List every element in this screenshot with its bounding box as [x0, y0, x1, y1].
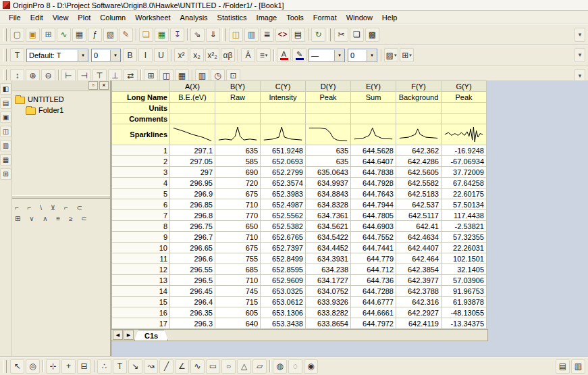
- data-cell[interactable]: 652.8595: [261, 264, 306, 275]
- data-cell[interactable]: 296.95: [170, 178, 215, 189]
- label-cell[interactable]: [351, 114, 396, 124]
- line-tool-icon[interactable]: ╱: [159, 359, 173, 374]
- data-cell[interactable]: 605: [215, 307, 261, 318]
- data-cell[interactable]: 644.779: [351, 253, 396, 264]
- data-cell[interactable]: 296.4: [170, 297, 215, 307]
- data-cell[interactable]: 642.4286: [396, 156, 442, 167]
- data-cell[interactable]: 755: [215, 253, 261, 264]
- pin-icon[interactable]: ▫: [88, 81, 98, 90]
- menu-help[interactable]: Help: [377, 12, 402, 23]
- data-cell[interactable]: 720: [215, 178, 261, 189]
- data-cell[interactable]: 642.5605: [396, 167, 442, 178]
- align-button[interactable]: ≡▾: [257, 48, 271, 62]
- data-cell[interactable]: 644.7928: [351, 178, 396, 189]
- data-cell[interactable]: 653.1306: [261, 307, 306, 318]
- data-cell[interactable]: 653.0612: [261, 297, 306, 307]
- data-cell[interactable]: 633.8654: [306, 318, 351, 329]
- column-header[interactable]: D(Y): [306, 81, 351, 92]
- data-cell[interactable]: 710: [215, 232, 261, 243]
- fill-pattern-dropdown[interactable]: ▨▾: [384, 48, 398, 62]
- data-cell[interactable]: 296.5: [170, 275, 215, 286]
- sparkline-cell[interactable]: [442, 124, 487, 145]
- line-style-combo[interactable]: — ▾: [309, 49, 345, 62]
- data-cell[interactable]: 652.2799: [261, 167, 306, 178]
- row-number[interactable]: 11: [112, 253, 170, 264]
- column-header[interactable]: E(Y): [351, 81, 396, 92]
- data-cell[interactable]: 653.3438: [261, 318, 306, 329]
- superscript-button[interactable]: x²: [174, 48, 188, 62]
- label-cell[interactable]: [261, 103, 306, 114]
- column-header[interactable]: B(Y): [215, 81, 261, 92]
- data-cell[interactable]: 675: [215, 243, 261, 253]
- data-cell[interactable]: 745: [215, 286, 261, 297]
- mask-toggle-icon[interactable]: ◉: [304, 359, 318, 374]
- row-number[interactable]: 14: [112, 286, 170, 297]
- open-excel-icon[interactable]: ▦: [155, 28, 169, 42]
- data-cell[interactable]: 644.6777: [351, 297, 396, 307]
- border-grid-dropdown[interactable]: ⊞▾: [400, 48, 414, 62]
- data-cell[interactable]: 296.6: [170, 253, 215, 264]
- menu-image[interactable]: Image: [252, 12, 282, 23]
- subscript-button[interactable]: x₂: [190, 48, 204, 62]
- toolbar-grip[interactable]: [3, 28, 7, 41]
- data-cell[interactable]: 651.9248: [261, 145, 306, 156]
- row-number[interactable]: 5: [112, 189, 170, 199]
- refresh-icon[interactable]: ↻: [311, 28, 325, 42]
- data-cell[interactable]: 644.6661: [351, 307, 396, 318]
- chevron-down-icon[interactable]: ▾: [367, 50, 377, 61]
- new-workbook-icon[interactable]: ⊞: [41, 28, 55, 42]
- label-cell[interactable]: Raw: [215, 92, 261, 103]
- label-cell[interactable]: [261, 114, 306, 124]
- import-ascii-icon[interactable]: ⇓: [206, 28, 220, 42]
- data-cell[interactable]: -67.06934: [442, 156, 487, 167]
- data-cell[interactable]: 67.64258: [442, 178, 487, 189]
- data-cell[interactable]: 634.5422: [306, 232, 351, 243]
- tree-item-folder1[interactable]: Folder1: [15, 105, 109, 116]
- curved-arrow-tool-icon[interactable]: ↝: [144, 359, 158, 374]
- underline-button[interactable]: U: [154, 48, 168, 62]
- dock-column-icon[interactable]: ◫: [0, 126, 11, 137]
- label-cell[interactable]: Peak: [306, 92, 351, 103]
- code-builder-icon[interactable]: <>: [275, 28, 290, 42]
- label-cell[interactable]: Background: [396, 92, 442, 103]
- data-cell[interactable]: 642.4119: [396, 318, 442, 329]
- data-cell[interactable]: 650: [215, 221, 261, 232]
- data-cell[interactable]: 642.2927: [396, 307, 442, 318]
- chevron-down-icon[interactable]: ▾: [334, 50, 344, 61]
- label-cell[interactable]: Intensity: [261, 92, 306, 103]
- data-cell[interactable]: 102.1501: [442, 253, 487, 264]
- region-tool-icon[interactable]: ▱: [252, 359, 267, 374]
- data-cell[interactable]: 653.0325: [261, 286, 306, 297]
- data-cell[interactable]: 644.7838: [351, 167, 396, 178]
- paste-icon[interactable]: ▩: [365, 28, 379, 42]
- menu-plot[interactable]: Plot: [73, 12, 95, 23]
- data-cell[interactable]: 635.0643: [306, 167, 351, 178]
- cut-icon[interactable]: ✂: [334, 28, 348, 42]
- label-cell[interactable]: [170, 103, 215, 114]
- text-tool-icon[interactable]: T: [113, 359, 127, 374]
- data-cell[interactable]: -48.13055: [442, 307, 487, 318]
- data-cell[interactable]: 642.4407: [396, 243, 442, 253]
- row-number[interactable]: 7: [112, 210, 170, 221]
- dock-3d-graph-icon[interactable]: ▣: [0, 111, 11, 123]
- sparkline-cell[interactable]: [261, 124, 306, 145]
- tree-item-untitled[interactable]: UNTITLED: [15, 94, 109, 105]
- data-cell[interactable]: 57.32355: [442, 232, 487, 243]
- label-cell[interactable]: [215, 114, 261, 124]
- data-cell[interactable]: 32.1405: [442, 264, 487, 275]
- data-cell[interactable]: 296.3: [170, 318, 215, 329]
- menu-window[interactable]: Window: [342, 12, 377, 23]
- tab-scroll-right-icon[interactable]: ▶: [124, 330, 134, 340]
- data-cell[interactable]: 296.45: [170, 286, 215, 297]
- label-cell[interactable]: B.E.(eV): [170, 92, 215, 103]
- data-cell[interactable]: 644.5628: [351, 145, 396, 156]
- row-number[interactable]: 4: [112, 178, 170, 189]
- rectangle-tool-icon[interactable]: ▭: [206, 359, 220, 374]
- row-number[interactable]: 1: [112, 145, 170, 156]
- data-cell[interactable]: 296.65: [170, 243, 215, 253]
- data-cell[interactable]: 644.736: [351, 275, 396, 286]
- column-header[interactable]: G(Y): [442, 81, 487, 92]
- data-cell[interactable]: 652.6765: [261, 232, 306, 243]
- data-cell[interactable]: -16.9248: [442, 145, 487, 156]
- data-cell[interactable]: 22.26031: [442, 243, 487, 253]
